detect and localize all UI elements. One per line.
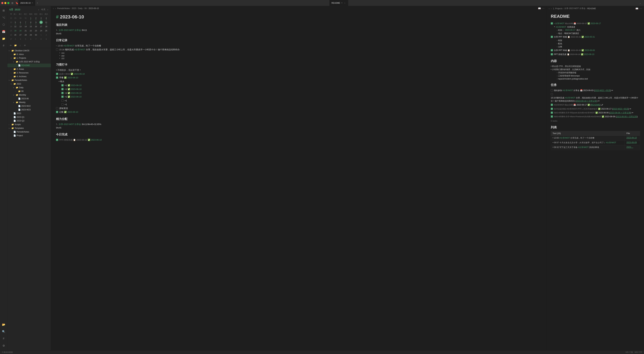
- cal-day-cell[interactable]: 7: [23, 20, 28, 24]
- hw-cb3[interactable]: ✓: [62, 92, 64, 94]
- new-note-icon[interactable]: ✏: [9, 43, 13, 47]
- cal-day-cell[interactable]: 12: [13, 25, 18, 29]
- cal-day-cell[interactable]: 3: [38, 16, 44, 20]
- cal-day-cell[interactable]: 9: [44, 37, 49, 41]
- tree-item-2023-w23[interactable]: 📄2023-W23: [8, 108, 51, 112]
- tree-item-archives[interactable]: ›📁4. Archives: [8, 75, 51, 78]
- tab-readme-plus[interactable]: +: [344, 2, 346, 4]
- tree-item-daily[interactable]: ▾📁Daily: [8, 86, 51, 89]
- cal-day-cell[interactable]: 4: [18, 37, 23, 41]
- activity-calendar-icon[interactable]: 📅: [1, 29, 7, 35]
- readme-cb1[interactable]: ✓: [551, 22, 553, 25]
- cal-day-cell[interactable]: 18: [44, 25, 49, 29]
- cal-day-cell[interactable]: 29: [13, 16, 18, 20]
- cal-day-cell[interactable]: 30: [18, 16, 23, 20]
- cal-day-cell[interactable]: 3: [13, 37, 18, 41]
- tree-item-obsidian-root[interactable]: ▾📁Obsidian-LifeOS: [8, 49, 51, 53]
- cal-day-cell[interactable]: 14: [23, 25, 28, 29]
- readme-read-mode-icon[interactable]: 📖: [636, 7, 638, 10]
- activity-search2-icon[interactable]: 🔍: [1, 328, 7, 334]
- tree-item-2023[interactable]: ▾📁2023: [8, 82, 51, 86]
- readme-forward-btn[interactable]: ›: [551, 7, 552, 10]
- task-cb5[interactable]: ✓: [551, 112, 553, 114]
- cal-day-cell[interactable]: 28: [23, 33, 28, 37]
- cal-day-cell[interactable]: 6: [28, 37, 33, 41]
- cal-day-cell[interactable]: 1: [38, 33, 44, 37]
- maximize-button[interactable]: [8, 2, 10, 4]
- cal-day-cell[interactable]: 17: [38, 25, 44, 29]
- activity-hash-icon[interactable]: #: [1, 335, 7, 341]
- cal-day-cell[interactable]: 6: [18, 20, 23, 24]
- close-button[interactable]: [1, 2, 3, 4]
- cal-day-cell[interactable]: 26: [13, 33, 18, 37]
- habit-cb-english[interactable]: [56, 107, 58, 109]
- tree-item-projects[interactable]: ▾📁1. Projects: [8, 56, 51, 60]
- task-cb4[interactable]: ✓: [551, 108, 553, 110]
- tab-readme[interactable]: README ✕ +: [330, 0, 348, 6]
- tab-add-button[interactable]: +: [35, 2, 40, 5]
- tree-item-2023-06[interactable]: 📄2023-06: [8, 97, 51, 101]
- tree-item-inbox[interactable]: ›📁0. Inbox: [8, 53, 51, 56]
- cal-day-cell[interactable]: 4: [44, 16, 49, 20]
- sort-icon[interactable]: ↕: [18, 43, 22, 47]
- tree-item-resources[interactable]: ›📁3. Resources: [8, 71, 51, 75]
- tree-item-wot-share[interactable]: ▾📁分享-2023 WOT 分享会: [8, 60, 51, 64]
- cal-day-cell[interactable]: 19: [13, 29, 18, 33]
- tree-item-2023-w22[interactable]: 📄2023-W22: [8, 104, 51, 108]
- more-options-icon[interactable]: ⋯: [542, 7, 544, 10]
- cal-day-cell[interactable]: 9: [33, 20, 38, 24]
- activity-graph-icon[interactable]: ⬡: [1, 22, 7, 28]
- task-cb2[interactable]: [551, 93, 553, 95]
- task-cb3[interactable]: ✓: [551, 104, 553, 106]
- cal-day-cell[interactable]: 1: [28, 16, 33, 20]
- cal-day-cell[interactable]: 8: [28, 20, 33, 24]
- hw-cb1[interactable]: ✓: [62, 84, 64, 86]
- cal-day-cell[interactable]: 2: [33, 16, 38, 20]
- activity-home-icon[interactable]: ⊞: [1, 8, 7, 14]
- hw-cb2[interactable]: ✓: [62, 88, 64, 90]
- tree-item-areas[interactable]: ›📁2. Areas: [8, 67, 51, 71]
- read-mode-icon[interactable]: 📖: [538, 7, 541, 10]
- activity-tag-icon[interactable]: #: [1, 43, 7, 49]
- cal-day-cell[interactable]: 21: [23, 29, 28, 33]
- cal-day-cell[interactable]: 7: [33, 37, 38, 41]
- habit-cb-breakfast[interactable]: ✓: [56, 77, 58, 79]
- tree-item-templates[interactable]: ▾📁Templates: [8, 126, 51, 130]
- cal-day-cell[interactable]: 10: [40, 21, 43, 24]
- tree-item-periodicnotes[interactable]: ▾📁PeriodicNotes: [8, 78, 51, 82]
- hw-cb6[interactable]: [62, 103, 64, 106]
- tree-item-periodicnotes-tmpl[interactable]: 📄PeriodicNotes: [8, 130, 51, 134]
- editor-forward-btn[interactable]: ›: [55, 7, 56, 10]
- editor-back-btn[interactable]: ‹: [53, 7, 54, 10]
- cal-day-cell[interactable]: 8: [38, 37, 44, 41]
- cal-day-cell[interactable]: 11: [44, 20, 49, 24]
- activity-folder-icon[interactable]: 📁: [1, 36, 7, 42]
- cal-next-btn[interactable]: ›: [47, 8, 49, 11]
- tree-item-2023-q1[interactable]: 📄2023-Q1: [8, 115, 51, 119]
- bookmark-icon[interactable]: 🔖: [16, 2, 18, 4]
- activity-search-icon[interactable]: ⌥: [1, 15, 7, 21]
- task-cb1[interactable]: [551, 89, 553, 91]
- hw-cb5[interactable]: [62, 100, 64, 102]
- readme-back-btn[interactable]: ‹: [549, 7, 550, 10]
- habit-cb-morning[interactable]: ✓: [56, 73, 58, 75]
- cal-day-cell[interactable]: 22: [28, 29, 33, 33]
- cal-prev-btn[interactable]: ‹: [38, 8, 40, 11]
- minimize-button[interactable]: [4, 2, 6, 4]
- sidebar-toggle-icon[interactable]: ⊞: [12, 2, 14, 4]
- cal-day-cell[interactable]: 2: [44, 33, 49, 37]
- readme-cb-ppt-practice[interactable]: ✓: [551, 53, 553, 55]
- habit-cb-accounting[interactable]: ✓: [56, 111, 58, 113]
- tree-item-readme[interactable]: 📄README: [8, 64, 51, 67]
- done-cb1[interactable]: ✓: [56, 139, 58, 141]
- tab-dropdown-button[interactable]: ⌄: [638, 2, 643, 4]
- activity-settings-icon[interactable]: ⚙: [1, 342, 7, 349]
- tab-close-daily[interactable]: ✕: [32, 2, 33, 4]
- cal-day-cell[interactable]: 25: [44, 29, 49, 33]
- tab-daily[interactable]: 2023-06-10 ✕: [18, 0, 35, 6]
- cal-day-cell[interactable]: 24: [38, 29, 44, 33]
- cal-day-cell[interactable]: 16: [33, 25, 38, 29]
- cal-day-cell[interactable]: 23: [33, 29, 38, 33]
- cal-day-cell[interactable]: 13: [18, 25, 23, 29]
- new-folder-icon[interactable]: 📁: [14, 43, 18, 47]
